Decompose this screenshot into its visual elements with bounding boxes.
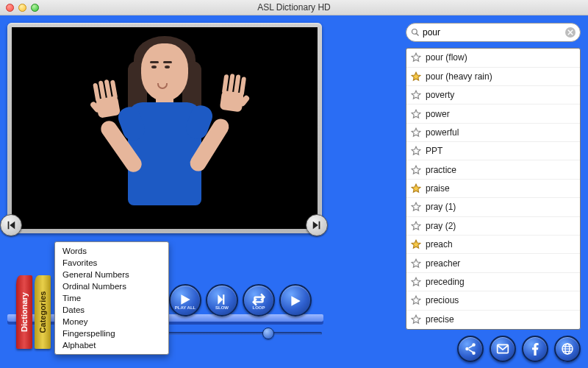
categories-book-button[interactable]: Categories xyxy=(35,275,51,349)
window-title: ASL Dictionary HD xyxy=(0,2,588,13)
word-list-item-label: preacher xyxy=(426,258,460,269)
mail-icon xyxy=(496,342,509,355)
favorite-star-icon[interactable] xyxy=(411,258,421,269)
word-list-item[interactable]: precise xyxy=(406,311,580,329)
word-list-item-label: pour (heavy rain) xyxy=(426,71,492,82)
close-icon xyxy=(567,29,573,35)
right-pane: pour (flow)pour (heavy rain)povertypower… xyxy=(406,15,588,368)
sign-video-still xyxy=(91,36,238,220)
skip-prev-icon xyxy=(6,220,16,230)
video-prev-button[interactable] xyxy=(0,214,22,236)
word-list-item[interactable]: pray (1) xyxy=(406,198,580,216)
word-list[interactable]: pour (flow)pour (heavy rain)povertypower… xyxy=(406,48,581,330)
favorite-star-icon[interactable] xyxy=(411,183,421,194)
loop-icon xyxy=(252,293,265,306)
categories-popup-item[interactable]: Alphabet xyxy=(55,339,168,351)
word-list-item[interactable]: practice xyxy=(406,160,580,179)
word-list-item[interactable]: preach xyxy=(406,236,580,254)
favorite-star-icon[interactable] xyxy=(411,202,421,212)
facebook-icon xyxy=(528,342,542,355)
categories-popup-item[interactable]: Money xyxy=(55,316,168,328)
categories-popup-item[interactable]: Ordinal Numbers xyxy=(55,280,168,292)
video-player-frame xyxy=(7,23,322,233)
facebook-button[interactable] xyxy=(522,336,548,362)
search-field-wrap[interactable] xyxy=(406,23,581,42)
play-icon xyxy=(289,294,302,308)
word-list-item[interactable]: preceding xyxy=(406,273,580,291)
favorite-star-icon[interactable] xyxy=(411,314,421,325)
favorite-star-icon[interactable] xyxy=(411,52,421,63)
play-all-label: PLAY ALL xyxy=(175,305,196,310)
favorite-star-icon[interactable] xyxy=(411,165,421,175)
word-list-item-label: preceding xyxy=(426,277,465,287)
word-list-item-label: pour (flow) xyxy=(426,52,467,63)
word-list-item-label: pray (2) xyxy=(426,221,456,231)
dictionary-book-label: Dictionary xyxy=(20,292,29,332)
favorite-star-icon[interactable] xyxy=(411,277,421,287)
play-icon xyxy=(179,293,192,306)
search-icon xyxy=(411,28,420,37)
share-button[interactable] xyxy=(457,336,484,362)
word-list-item[interactable]: PPT xyxy=(406,142,580,160)
categories-popup-item[interactable]: Favorites xyxy=(55,257,168,269)
word-list-item[interactable]: power xyxy=(406,105,580,123)
titlebar: ASL Dictionary HD xyxy=(0,0,588,15)
word-list-item-label: precise xyxy=(426,314,454,325)
web-button[interactable] xyxy=(554,336,581,362)
app-window: ASL Dictionary HD xyxy=(0,0,588,368)
word-list-item-label: PPT xyxy=(426,146,442,156)
categories-popup-item[interactable]: General Numbers xyxy=(55,269,168,280)
word-list-item-label: power xyxy=(426,109,450,119)
categories-popup-menu: WordsFavoritesGeneral NumbersOrdinal Num… xyxy=(54,241,169,355)
speed-slider[interactable] xyxy=(165,328,322,339)
favorite-star-icon[interactable] xyxy=(411,239,421,250)
search-clear-button[interactable] xyxy=(565,27,576,38)
categories-popup-item[interactable]: Time xyxy=(55,292,168,304)
app-body: PLAY ALL SLOW LOOP Dictionar xyxy=(0,15,588,368)
word-list-item-label: practice xyxy=(426,165,456,175)
loop-button[interactable]: LOOP xyxy=(243,284,275,316)
word-list-item[interactable]: pour (heavy rain) xyxy=(406,68,580,86)
loop-label: LOOP xyxy=(252,305,265,310)
slow-play-icon xyxy=(215,293,229,306)
video-player[interactable] xyxy=(12,27,318,229)
play-button[interactable] xyxy=(279,284,312,316)
svg-point-0 xyxy=(412,29,417,35)
categories-popup-item[interactable]: Words xyxy=(55,245,168,257)
word-list-item[interactable]: pour (flow) xyxy=(406,49,580,67)
share-icon xyxy=(464,342,477,355)
favorite-star-icon[interactable] xyxy=(411,71,421,82)
word-list-item[interactable]: precious xyxy=(406,291,580,310)
playback-controls: PLAY ALL SLOW LOOP xyxy=(169,284,312,316)
word-list-item[interactable]: poverty xyxy=(406,86,580,105)
categories-book-label: Categories xyxy=(38,291,47,333)
slow-label: SLOW xyxy=(215,305,229,310)
video-next-button[interactable] xyxy=(306,214,328,236)
slider-thumb[interactable] xyxy=(262,328,274,339)
categories-popup-item[interactable]: Fingerspelling xyxy=(55,328,168,339)
word-list-item-label: powerful xyxy=(426,127,459,138)
favorite-star-icon[interactable] xyxy=(411,127,421,138)
search-input[interactable] xyxy=(423,27,562,38)
favorite-star-icon[interactable] xyxy=(411,109,421,119)
word-list-item[interactable]: preacher xyxy=(406,254,580,272)
svg-point-2 xyxy=(465,347,469,351)
favorite-star-icon[interactable] xyxy=(411,295,421,305)
slow-button[interactable]: SLOW xyxy=(206,284,238,316)
play-all-button[interactable]: PLAY ALL xyxy=(169,284,201,316)
dictionary-book-button[interactable]: Dictionary xyxy=(16,275,32,349)
favorite-star-icon[interactable] xyxy=(411,90,421,100)
word-list-item[interactable]: praise xyxy=(406,180,580,198)
word-list-item-label: pray (1) xyxy=(426,202,456,212)
category-books: Dictionary Categories xyxy=(16,275,51,349)
categories-popup-item[interactable]: Dates xyxy=(55,304,168,316)
favorite-star-icon[interactable] xyxy=(411,146,421,156)
skip-next-icon xyxy=(312,220,322,230)
favorite-star-icon[interactable] xyxy=(411,221,421,231)
word-list-item[interactable]: powerful xyxy=(406,124,580,142)
share-toolbar xyxy=(406,336,581,362)
word-list-item-label: precious xyxy=(426,295,459,305)
word-list-item[interactable]: pray (2) xyxy=(406,217,580,236)
globe-icon xyxy=(561,342,574,355)
mail-button[interactable] xyxy=(490,336,516,362)
